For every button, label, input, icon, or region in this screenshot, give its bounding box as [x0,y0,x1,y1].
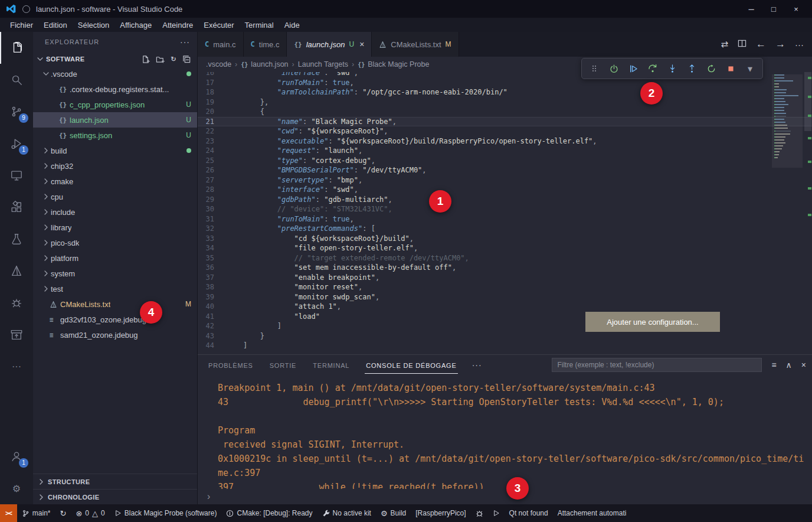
folder-chip32[interactable]: chip32 [33,158,197,174]
tab-time-c[interactable]: Ctime.c [244,32,287,57]
drag-handle[interactable] [587,61,602,76]
breadcrumb-launch-json[interactable]: {}launch.json [241,60,288,68]
status-problems[interactable]: ⊗0△0 [71,504,109,522]
status-play[interactable] [488,504,505,522]
explorer-section-software[interactable]: SOFTWARE ↻ [33,52,197,66]
activity-extensions[interactable] [0,191,33,223]
more-chevron-button[interactable]: ▾ [742,61,758,76]
go-back-icon[interactable]: ← [756,38,766,50]
menu-affichage[interactable]: Affichage [114,19,157,31]
continue-button[interactable] [626,61,641,76]
tab-cmakelists-txt[interactable]: CMakeLists.txtM [372,32,459,57]
new-file-icon[interactable] [141,55,150,64]
status-sync[interactable]: ↻ [55,504,71,522]
debug-console-input[interactable]: › [198,489,812,504]
folder-build[interactable]: build [33,143,197,158]
maximize-panel-icon[interactable]: ∧ [786,360,792,370]
activity-run-and-debug[interactable]: 1 [0,128,33,159]
status-black-magic-probe-software[interactable]: Black Magic Probe (software) [110,504,222,522]
file-samd21-ozone-jdebug[interactable]: ≡samd21_ozone.jdebug [33,327,197,342]
file-c-cpp-properties-json[interactable]: {}c_cpp_properties.jsonU [33,97,197,112]
scrollbar-thumb[interactable] [804,72,811,131]
more-actions-icon[interactable]: ··· [795,40,804,50]
status-no-active-kit[interactable]: No active kit [317,504,376,522]
go-forward-icon[interactable]: → [775,38,785,50]
split-editor-icon[interactable] [738,39,746,50]
status-main[interactable]: main* [17,504,55,522]
activity-account[interactable]: 1 [0,441,33,472]
status-item[interactable]: >< [0,504,17,522]
menu-atteindre[interactable]: Atteindre [157,19,198,31]
close-window-button[interactable]: × [785,5,807,14]
activity-explorer[interactable] [0,32,33,64]
step-out-button[interactable] [684,61,699,76]
folder-library[interactable]: library [33,220,197,235]
tab-main-c[interactable]: Cmain.c [198,32,244,57]
activity-more[interactable]: ··· [0,351,33,383]
maximize-button[interactable]: □ [762,5,785,14]
status-build[interactable]: ⚙Build [376,504,411,522]
status-qt-not-found[interactable]: Qt not found [505,504,553,522]
folder-cpu[interactable]: cpu [33,189,197,204]
close-panel-icon[interactable]: × [801,360,806,370]
folder-cmake[interactable]: cmake [33,174,197,189]
panel-more-tabs-icon[interactable]: ··· [472,360,482,370]
refresh-icon[interactable]: ↻ [171,55,176,64]
status-bug[interactable] [471,504,488,522]
activity-settings[interactable]: ⚙ [0,472,33,504]
minimize-button[interactable]: ─ [740,5,762,14]
activity-testing[interactable] [0,223,33,255]
menu-fichier[interactable]: Fichier [5,19,38,31]
debug-console-filter-input[interactable] [552,358,762,372]
menu-edition[interactable]: Edition [38,19,73,31]
menu-ex-cuter[interactable]: Exécuter [198,19,239,31]
collapse-all-icon[interactable]: ≡ [771,360,776,370]
step-over-button[interactable] [645,61,660,76]
collapse-all-icon[interactable] [182,55,191,64]
section-chronologie[interactable]: CHRONOLOGIE [33,489,197,504]
open-changes-icon[interactable]: ⇄ [721,39,728,50]
panel-tab-probl-mes[interactable]: PROBLÈMES [207,357,254,374]
activity-search[interactable] [0,64,33,96]
restart-button[interactable] [703,61,719,76]
menu-s-lection[interactable]: Sélection [73,19,114,31]
breadcrumb-vscode[interactable]: .vscode [206,60,231,68]
activity-deploy[interactable] [0,319,33,351]
step-into-button[interactable] [664,61,680,76]
panel-tab-console-de-d-bogage[interactable]: CONSOLE DE DÉBOGAGE [365,357,457,374]
menu-aide[interactable]: Aide [279,19,305,31]
add-configuration-button[interactable]: Ajouter une configuration... [585,312,720,332]
folder-vscode[interactable]: .vscode [33,66,197,81]
editor-scrollbar[interactable] [804,72,812,354]
breadcrumb-black-magic-probe[interactable]: {}Black Magic Probe [358,60,429,68]
status-raspberrypico[interactable]: [RaspberryPico] [411,504,470,522]
section-structure[interactable]: STRUCTURE [33,474,197,489]
file-cmakelists-txt[interactable]: CMakeLists.txtM [33,296,197,312]
stop-button[interactable] [723,61,738,76]
file-gd32vf103-ozone-jdebug[interactable]: ≡gd32vf103_ozone.jdebug [33,312,197,327]
minimap[interactable] [774,74,801,160]
new-folder-icon[interactable] [156,55,165,64]
close-tab-icon[interactable]: × [359,40,364,49]
status-attachement-automati[interactable]: Attachement automati [553,504,631,522]
tab-launch-json[interactable]: {}launch.jsonU× [287,32,372,57]
explorer-more-actions-icon[interactable]: ··· [180,37,190,47]
file-cortex-debug-registers-stat[interactable]: {}.cortex-debug.registers.stat... [33,81,197,97]
activity-debug-bug[interactable] [0,287,33,319]
file-launch-json[interactable]: {}launch.jsonU [33,112,197,128]
folder-platform[interactable]: platform [33,250,197,266]
activity-source-control[interactable]: 9 [0,96,33,128]
status-cmake-debug-ready[interactable]: CMake: [Debug]: Ready [221,504,317,522]
activity-remote-explorer[interactable] [0,159,33,191]
folder-test[interactable]: test [33,281,197,296]
folder-pico-sdk[interactable]: pico-sdk [33,235,197,250]
power-button[interactable] [606,61,621,76]
panel-tab-sortie[interactable]: SORTIE [269,357,298,374]
editor-code-area[interactable]: 16 "interface": "swd",17 "runToMain": tr… [198,72,812,354]
activity-cmake-tools[interactable] [0,255,33,287]
breadcrumb-launch-targets[interactable]: Launch Targets [298,60,348,68]
file-settings-json[interactable]: {}settings.jsonU [33,128,197,143]
menu-terminal[interactable]: Terminal [240,19,279,31]
folder-include[interactable]: include [33,204,197,220]
folder-system[interactable]: system [33,266,197,281]
